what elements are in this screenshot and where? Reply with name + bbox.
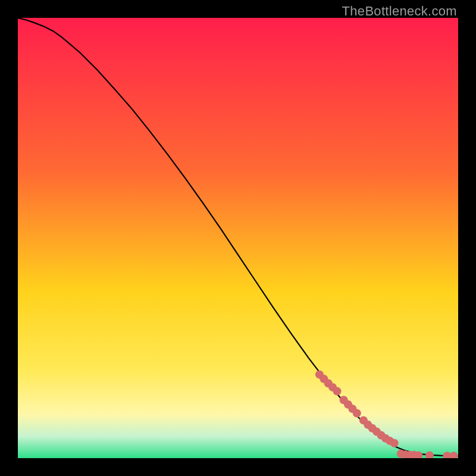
highlight-marker <box>333 387 342 396</box>
chart-overlay <box>18 18 458 458</box>
chart-container: TheBottleneck.com <box>0 0 476 476</box>
bottleneck-curve <box>18 18 458 456</box>
highlight-marker <box>450 452 458 458</box>
highlight-marker <box>390 439 399 447</box>
watermark-text: TheBottleneck.com <box>342 4 457 19</box>
plot-area <box>18 18 458 458</box>
highlight-marker <box>425 452 434 458</box>
highlight-marker <box>353 409 361 418</box>
highlight-markers <box>315 370 458 458</box>
